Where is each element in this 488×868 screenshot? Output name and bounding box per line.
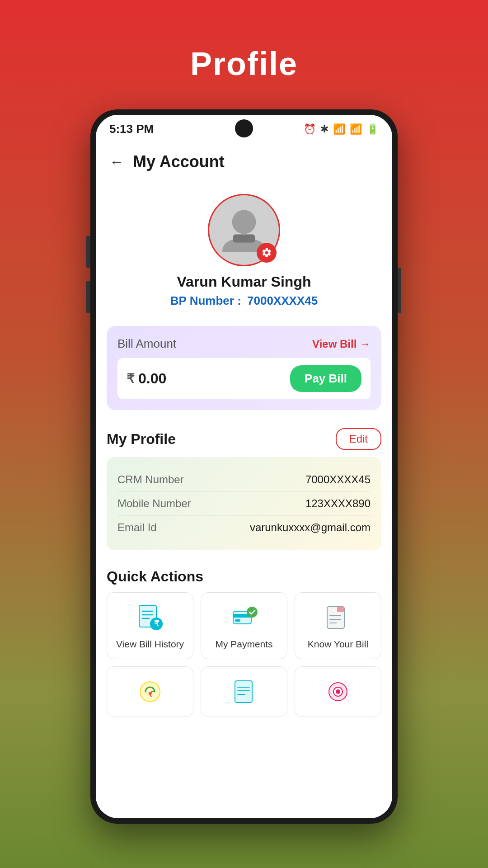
power-button	[398, 268, 401, 313]
header-title: My Account	[133, 152, 225, 171]
mobile-number-row: Mobile Number 123XXXX890	[117, 492, 371, 516]
crm-label: CRM Number	[117, 473, 184, 486]
email-row: Email Id varunkuxxxx@gmail.com	[117, 516, 371, 539]
status-time: 5:13 PM	[109, 122, 154, 136]
camera-badge[interactable]	[257, 243, 277, 263]
back-button[interactable]: ←	[109, 154, 124, 170]
quick-action-support[interactable]	[295, 666, 381, 717]
my-profile-title: My Profile	[107, 431, 176, 448]
profile-card: CRM Number 7000XXXX45 Mobile Number 123X…	[107, 457, 381, 550]
pay-bill-button[interactable]: Pay Bill	[290, 365, 361, 392]
phone-screen: 5:13 PM ⏰ ✱ 📶 📶 🔋 ← My Account	[96, 115, 392, 818]
mobile-label: Mobile Number	[117, 497, 191, 510]
bill-amount-row: ₹ 0.00 Pay Bill	[117, 358, 371, 399]
battery-icon: 🔋	[366, 123, 379, 135]
bill-amount: ₹ 0.00	[127, 370, 166, 387]
signal-icon: 📶	[350, 123, 362, 135]
svg-text:₹: ₹	[154, 619, 159, 628]
bp-label: BP Number :	[170, 294, 241, 307]
header: ← My Account	[96, 143, 392, 180]
bill-label: Bill Amount	[117, 337, 176, 351]
my-profile-header: My Profile Edit	[107, 428, 381, 450]
avatar-wrapper	[208, 194, 280, 266]
svg-rect-19	[235, 681, 252, 703]
svg-rect-13	[337, 607, 344, 612]
page-title: Profile	[190, 45, 298, 82]
know-your-bill-label: Know Your Bill	[308, 639, 368, 650]
svg-text:₹: ₹	[148, 691, 152, 698]
wifi-icon: 📶	[333, 123, 345, 135]
quick-action-document[interactable]	[201, 666, 287, 717]
bill-card: Bill Amount View Bill → ₹ 0.00 Pay Bill	[107, 326, 381, 410]
svg-rect-10	[235, 619, 240, 622]
bp-value: 7000XXXX45	[247, 294, 318, 307]
email-label: Email Id	[117, 521, 157, 534]
email-value: varunkuxxxx@gmail.com	[250, 521, 371, 534]
camera-notch	[235, 119, 253, 137]
user-name: Varun Kumar Singh	[177, 274, 311, 290]
quick-actions-title: Quick Actions	[107, 568, 203, 585]
know-bill-icon	[322, 602, 354, 633]
crm-value: 7000XXXX45	[305, 473, 371, 486]
quick-action-view-bill-history[interactable]: ₹ View Bill History	[107, 592, 193, 659]
mobile-value: 123XXXX890	[305, 497, 371, 510]
view-bill-history-label: View Bill History	[116, 639, 184, 650]
scroll-content: ← My Account	[96, 143, 392, 818]
view-bill-link[interactable]: View Bill →	[312, 338, 371, 350]
alarm-icon: ⏰	[304, 123, 316, 135]
refund-icon: ₹	[134, 676, 166, 708]
svg-point-11	[247, 607, 258, 618]
svg-point-0	[232, 210, 256, 234]
bill-amount-value: 0.00	[138, 370, 166, 387]
quick-action-know-your-bill[interactable]: Know Your Bill	[295, 592, 381, 659]
quick-action-my-payments[interactable]: My Payments	[201, 592, 287, 659]
edit-profile-button[interactable]: Edit	[336, 428, 381, 450]
status-icons: ⏰ ✱ 📶 📶 🔋	[304, 123, 379, 135]
quick-action-refund[interactable]: ₹	[107, 666, 193, 717]
support-icon	[322, 676, 354, 708]
avatar-section: Varun Kumar Singh BP Number : 7000XXXX45	[96, 180, 392, 317]
bill-card-header: Bill Amount View Bill →	[117, 337, 371, 351]
rupee-symbol: ₹	[127, 371, 135, 386]
phone-frame: 5:13 PM ⏰ ✱ 📶 📶 🔋 ← My Account	[90, 109, 398, 824]
quick-actions-section: Quick Actions ₹	[96, 559, 392, 726]
svg-rect-1	[233, 235, 255, 243]
payments-icon	[228, 602, 260, 633]
my-profile-section: My Profile Edit CRM Number 7000XXXX45 Mo…	[96, 419, 392, 559]
quick-actions-grid: ₹ View Bill History	[107, 592, 381, 717]
bill-history-icon: ₹	[134, 602, 166, 633]
crm-number-row: CRM Number 7000XXXX45	[117, 468, 371, 492]
bluetooth-icon: ✱	[320, 123, 328, 135]
bp-number-row: BP Number : 7000XXXX45	[170, 294, 318, 308]
document-icon	[228, 676, 260, 708]
svg-point-25	[336, 689, 340, 694]
my-payments-label: My Payments	[215, 639, 272, 650]
